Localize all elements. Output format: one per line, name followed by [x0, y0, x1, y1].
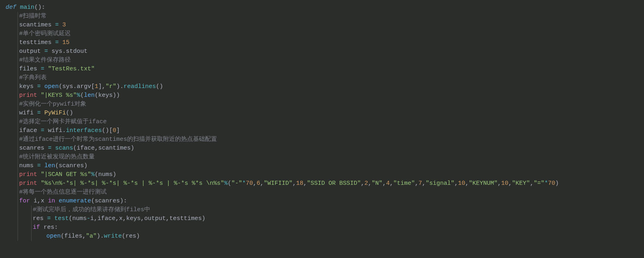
code-line: def main(): — [6, 3, 644, 12]
code-line: print "|KEYS %s"%(len(keys)) — [6, 91, 644, 100]
code-editor[interactable]: def main(): #扫描时常 scantimes = 3 #单个密码测试延… — [6, 3, 644, 241]
code-line: #结果文件保存路径 — [6, 56, 644, 65]
code-line: open(files,"a").write(res) — [6, 232, 644, 241]
code-line: #扫描时常 — [6, 12, 644, 21]
code-line: #实例化一个pywifi对象 — [6, 100, 644, 109]
code-line: scantimes = 3 — [6, 21, 644, 30]
indent-guide-2 — [31, 206, 32, 241]
code-line: keys = open(sys.argv[1],"r").readlines() — [6, 82, 644, 91]
code-line: nums = len(scanres) — [6, 162, 644, 170]
code-line: #单个密码测试延迟 — [6, 30, 644, 38]
code-line: for i,x in enumerate(scanres): — [6, 197, 644, 206]
code-line: files = "TestRes.txt" — [6, 65, 644, 74]
code-line: output = sys.stdout — [6, 47, 644, 56]
code-line: testtimes = 15 — [6, 38, 644, 47]
code-line: print "%s\n%-*s| %-*s| %-*s| %-*s | %-*s… — [6, 179, 644, 188]
code-line: scanres = scans(iface,scantimes) — [6, 144, 644, 153]
code-line: iface = wifi.interfaces()[0] — [6, 126, 644, 135]
code-line: if res: — [6, 223, 644, 232]
code-line: #统计附近被发现的热点数量 — [6, 153, 644, 162]
code-line: #选择定一个网卡并赋值于iface — [6, 118, 644, 126]
code-line: #将每一个热点信息逐一进行测试 — [6, 188, 644, 197]
code-line: #测试完毕后，成功的结果讲存储到files中 — [6, 206, 644, 214]
code-line: #通过iface进行一个时常为scantimes的扫描并获取附近的热点基础配置 — [6, 135, 644, 144]
indent-guide — [18, 12, 18, 241]
code-line: res = test(nums-i,iface,x,keys,output,te… — [6, 214, 644, 223]
code-line: #字典列表 — [6, 74, 644, 82]
code-line: print "|SCAN GET %s"%(nums) — [6, 170, 644, 179]
code-line: wifi = PyWiFi() — [6, 109, 644, 118]
